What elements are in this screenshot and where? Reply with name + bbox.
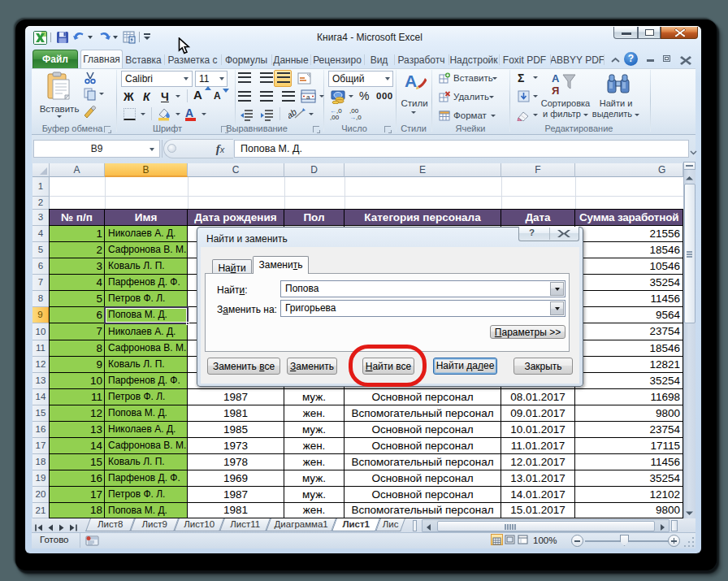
svg-text:А: А (552, 72, 560, 85)
svg-text:ab: ab (288, 106, 298, 120)
svg-text:a: a (306, 93, 310, 101)
svg-text:А: А (405, 72, 417, 90)
svg-text:Я: Я (552, 85, 559, 97)
